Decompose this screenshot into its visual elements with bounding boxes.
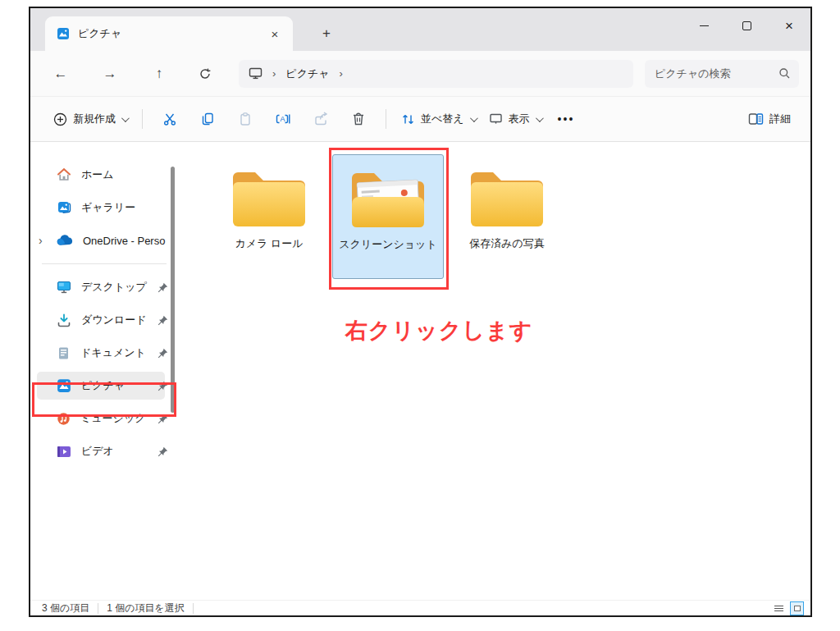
copy-icon bbox=[200, 112, 215, 126]
navigation-bar: ← → ↑ › ピクチャ › bbox=[30, 51, 810, 97]
explorer-window: ピクチャ × + × ← → ↑ › ピクチャ › bbox=[29, 7, 812, 617]
sidebar-scrollbar[interactable] bbox=[171, 167, 175, 413]
new-tab-button[interactable]: + bbox=[316, 23, 337, 44]
sidebar-item-label: OneDrive - Perso bbox=[83, 235, 168, 247]
forward-button[interactable]: → bbox=[94, 60, 126, 88]
music-icon bbox=[57, 412, 71, 426]
view-button[interactable]: 表示 bbox=[482, 107, 548, 131]
search-box[interactable] bbox=[645, 60, 799, 88]
folder-name: カメラ ロール bbox=[235, 236, 303, 251]
details-pane-icon bbox=[748, 112, 764, 126]
selection-count: 1 個の項目を選択 bbox=[107, 601, 185, 615]
delete-button[interactable] bbox=[342, 104, 375, 134]
sidebar-item-music[interactable]: ミュージック bbox=[30, 402, 176, 435]
pin-icon bbox=[158, 381, 168, 391]
folder-icon bbox=[466, 164, 548, 231]
sidebar-item-onedrive[interactable]: › OneDrive - Perso bbox=[30, 224, 176, 257]
maximize-icon bbox=[742, 21, 751, 30]
paste-icon bbox=[238, 112, 253, 126]
toolbar-divider bbox=[386, 109, 386, 129]
pin-icon bbox=[158, 414, 168, 424]
sidebar-item-label: ピクチャ bbox=[81, 378, 154, 393]
explorer-body: ホーム ギャラリー › OneDrive - Perso デスクトップ bbox=[30, 142, 810, 600]
sidebar-item-desktop[interactable]: デスクトップ bbox=[30, 271, 176, 304]
share-button[interactable] bbox=[304, 104, 337, 134]
chevron-right-icon[interactable]: › bbox=[39, 234, 43, 247]
documents-icon bbox=[57, 346, 71, 360]
large-icons-view-button[interactable] bbox=[790, 601, 804, 615]
large-icons-view-icon bbox=[794, 606, 801, 611]
sidebar-item-label: デスクトップ bbox=[81, 280, 154, 295]
paste-button[interactable] bbox=[229, 104, 262, 134]
pictures-icon bbox=[57, 378, 71, 393]
sidebar-separator bbox=[42, 263, 167, 264]
sidebar-item-videos[interactable]: ビデオ bbox=[30, 435, 176, 468]
sidebar-item-label: ドキュメント bbox=[80, 345, 154, 360]
tab-pictures[interactable]: ピクチャ × bbox=[45, 16, 293, 51]
rename-icon: A bbox=[276, 112, 291, 126]
view-toggles bbox=[773, 601, 804, 615]
titlebar: ピクチャ × + × bbox=[30, 8, 810, 51]
view-button-label: 表示 bbox=[509, 112, 530, 126]
sidebar-item-documents[interactable]: ドキュメント bbox=[30, 336, 176, 369]
close-icon: × bbox=[785, 19, 793, 33]
item-count: 3 個の項目 bbox=[42, 601, 89, 615]
folder-name: 保存済みの写真 bbox=[469, 236, 545, 251]
plus-circle-icon bbox=[53, 112, 67, 126]
sidebar-item-label: ホーム bbox=[81, 167, 168, 182]
search-input[interactable] bbox=[655, 67, 778, 80]
details-button[interactable]: 詳細 bbox=[742, 107, 797, 131]
new-button[interactable]: 新規作成 bbox=[47, 107, 134, 131]
sidebar-item-home[interactable]: ホーム bbox=[30, 158, 176, 191]
cut-button[interactable] bbox=[153, 104, 186, 134]
this-pc-icon bbox=[249, 67, 262, 80]
sidebar-item-label: ダウンロード bbox=[81, 313, 154, 327]
svg-text:A: A bbox=[280, 115, 285, 123]
close-button[interactable]: × bbox=[768, 8, 810, 43]
tab-close-icon[interactable]: × bbox=[265, 24, 285, 43]
folder-name: スクリーンショット bbox=[339, 237, 436, 252]
maximize-button[interactable] bbox=[725, 8, 768, 43]
status-bar: 3 個の項目 1 個の項目を選択 bbox=[30, 600, 810, 615]
refresh-button[interactable] bbox=[189, 60, 221, 88]
chevron-down-icon bbox=[536, 114, 544, 122]
sidebar-item-gallery[interactable]: ギャラリー bbox=[30, 191, 176, 224]
file-list-area: カメラ ロール bbox=[176, 142, 810, 600]
cut-icon bbox=[162, 112, 177, 126]
sort-button-label: 並べ替え bbox=[421, 112, 464, 126]
minimize-button[interactable] bbox=[682, 8, 725, 43]
sidebar-item-label: ギャラリー bbox=[81, 200, 168, 215]
toolbar-divider bbox=[142, 109, 143, 129]
sidebar-item-downloads[interactable]: ダウンロード bbox=[30, 304, 176, 336]
breadcrumb-separator: › bbox=[272, 67, 276, 80]
search-icon bbox=[778, 67, 791, 80]
breadcrumb-item-pictures[interactable]: ピクチャ bbox=[285, 66, 329, 81]
breadcrumb[interactable]: › ピクチャ › bbox=[239, 60, 633, 88]
folder-screenshots[interactable]: スクリーンショット bbox=[332, 154, 444, 279]
gallery-icon bbox=[57, 200, 71, 215]
up-button[interactable]: ↑ bbox=[144, 60, 175, 88]
back-button[interactable]: ← bbox=[45, 60, 76, 88]
details-view-button[interactable] bbox=[773, 604, 785, 613]
sidebar-item-pictures[interactable]: ピクチャ bbox=[30, 369, 176, 402]
sort-button[interactable]: 並べ替え bbox=[395, 107, 482, 131]
home-icon bbox=[57, 167, 71, 182]
folder-camera-roll[interactable]: カメラ ロール bbox=[213, 154, 325, 279]
onedrive-icon bbox=[57, 235, 73, 246]
trash-icon bbox=[351, 112, 366, 126]
folder-saved-pictures[interactable]: 保存済みの写真 bbox=[451, 154, 563, 279]
view-icon bbox=[489, 112, 503, 126]
more-options-button[interactable]: ••• bbox=[548, 112, 585, 126]
videos-icon bbox=[57, 446, 71, 458]
pin-icon bbox=[158, 348, 168, 359]
sidebar-item-label: ミュージック bbox=[80, 411, 154, 426]
breadcrumb-separator: › bbox=[340, 67, 343, 80]
chevron-down-icon bbox=[121, 114, 130, 122]
downloads-icon bbox=[57, 313, 71, 327]
command-toolbar: 新規作成 A 並べ bbox=[30, 97, 810, 142]
copy-button[interactable] bbox=[191, 104, 224, 134]
rename-button[interactable]: A bbox=[267, 104, 299, 134]
pictures-icon bbox=[57, 27, 70, 40]
folder-icon bbox=[228, 164, 310, 231]
sidebar: ホーム ギャラリー › OneDrive - Perso デスクトップ bbox=[30, 142, 176, 600]
